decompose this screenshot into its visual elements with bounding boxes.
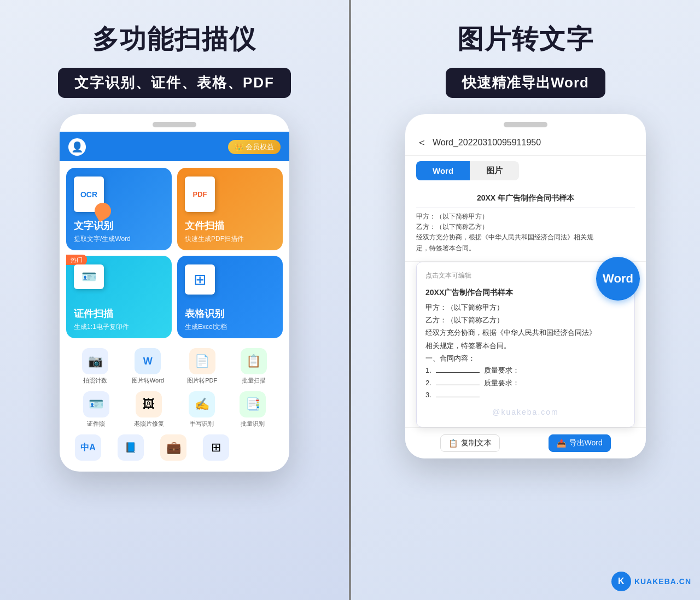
icon-item-trans[interactable]: 中A <box>75 434 101 463</box>
edit-line-item3: 3. <box>425 389 626 401</box>
pdf-icon-container <box>185 177 218 215</box>
right-phone-mockup: ＜ Word_20220310095911950 Word 图片 20XX 年广… <box>405 114 646 458</box>
table-grid-icon <box>185 264 215 295</box>
icon-item-grid[interactable]: ⊞ <box>203 434 229 463</box>
doc-divider-line <box>416 208 635 208</box>
doc-filename: Word_20220310095911950 <box>433 138 541 148</box>
grid-icon: ⊞ <box>203 434 229 461</box>
top-grid: 文字识别 提取文字/生成Word 文件扫描 快速生成PDF扫描件 热门 <box>66 168 283 338</box>
table-title: 表格识别 <box>185 307 224 320</box>
vip-badge[interactable]: 👑 会员权益 <box>228 140 281 154</box>
word-label: 图片转Word <box>132 377 164 385</box>
doc-preview-content: 20XX 年广告制作合同书样本 甲方：（以下简称甲方） 乙方：（以下简称乙方） … <box>405 186 646 262</box>
briefcase-icon: 💼 <box>160 434 186 461</box>
table-subtitle: 生成Excel文档 <box>185 322 227 332</box>
user-icon: 👤 <box>68 138 86 156</box>
edit-line-yi: 乙方：（以下简称乙方） <box>425 314 626 326</box>
pdf2-icon: 📄 <box>189 348 215 374</box>
k-circle-icon: K <box>611 572 631 591</box>
export-icon: 📤 <box>557 439 566 448</box>
icon-item-photo[interactable]: 🖼 老照片修复 <box>134 391 164 428</box>
doc-line-4: 定，特签署本合同。 <box>416 243 635 254</box>
idcard-label: 证件照 <box>87 420 105 428</box>
icon-item-handwrite[interactable]: ✍ 手写识别 <box>189 391 215 428</box>
icon-item-batchrecog[interactable]: 📑 批量识别 <box>240 391 266 428</box>
right-title: 图片转文字 <box>457 22 594 57</box>
icon-row-2: 🪪 证件照 🖼 老照片修复 ✍ 手写识别 📑 批量识别 <box>66 387 283 430</box>
features-grid: 文字识别 提取文字/生成Word 文件扫描 快速生成PDF扫描件 热门 <box>60 161 289 472</box>
icon-item-camera[interactable]: 📷 拍照计数 <box>82 348 108 385</box>
edit-line-item2: 2.质量要求： <box>425 377 626 389</box>
watermark-text: @kuakeba.com <box>425 405 626 419</box>
blank-2 <box>436 385 480 385</box>
camera-icon: 📷 <box>82 348 108 374</box>
phone-notch-right <box>504 122 547 127</box>
photo-icon: 🖼 <box>136 391 162 417</box>
icon-item-word[interactable]: W 图片转Word <box>132 348 164 385</box>
icon-item-briefcase[interactable]: 💼 <box>160 434 186 463</box>
tab-word-btn[interactable]: Word <box>416 161 470 180</box>
doc-line-1: 甲方：（以下简称甲方） <box>416 211 635 222</box>
batchrecog-icon: 📑 <box>240 391 266 417</box>
edit-line-item1: 1.质量要求： <box>425 364 626 377</box>
left-panel: 多功能扫描仪 文字识别、证件、表格、PDF 👤 👑 会员权益 <box>0 0 349 600</box>
edit-line-agree2: 相关规定，特签署本合同。 <box>425 339 626 352</box>
tab-image-btn[interactable]: 图片 <box>470 161 519 180</box>
edit-line-agree: 经双方充分协商，根据《中华人民共和国经济合同法》 <box>425 326 626 339</box>
pdf-subtitle: 快速生成PDF扫描件 <box>185 234 244 244</box>
doc2-icon: 📘 <box>118 434 144 461</box>
edit-line-title: 20XX广告制作合同书样本 <box>425 286 626 299</box>
icon-item-pdf2[interactable]: 📄 图片转PDF <box>187 348 217 385</box>
crown-icon: 👑 <box>235 143 243 151</box>
kuakeba-site-name: KUAKEBA.CN <box>634 577 691 586</box>
batch-icon: 📋 <box>241 348 267 374</box>
export-word-btn[interactable]: 📤 导出Word <box>549 434 611 452</box>
left-phone-mockup: 👤 👑 会员权益 文字识别 提取文字/生成Word <box>60 114 289 472</box>
right-panel: 图片转文字 快速精准导出Word ＜ Word_2022031009591195… <box>351 0 700 600</box>
left-subtitle-badge: 文字识别、证件、表格、PDF <box>58 68 291 98</box>
hot-badge: 热门 <box>66 255 87 265</box>
doc-header: ＜ Word_20220310095911950 <box>405 127 646 156</box>
table-icon-container <box>185 264 218 303</box>
photo-label: 老照片修复 <box>134 420 164 428</box>
left-title: 多功能扫描仪 <box>92 22 256 57</box>
main-container: 多功能扫描仪 文字识别、证件、表格、PDF 👤 👑 会员权益 <box>0 0 700 600</box>
icon-item-batch[interactable]: 📋 批量扫描 <box>241 348 267 385</box>
kuakeba-logo: K KUAKEBA.CN <box>611 572 691 591</box>
ocr-item[interactable]: 文字识别 提取文字/生成Word <box>66 168 172 250</box>
icon-row-3: 中A 📘 💼 ⊞ <box>66 430 283 465</box>
camera-label: 拍照计数 <box>83 377 107 385</box>
icon-item-doc2[interactable]: 📘 <box>118 434 144 463</box>
cert-item[interactable]: 热门 证件扫描 生成1:1电子复印件 <box>66 256 172 338</box>
handwrite-icon: ✍ <box>189 391 215 417</box>
blank-1 <box>436 372 480 373</box>
doc-tab-bar: Word 图片 <box>405 156 646 186</box>
blank-3 <box>436 397 480 397</box>
cert-subtitle: 生成1:1电子复印件 <box>74 322 129 332</box>
pdf-item[interactable]: 文件扫描 快速生成PDF扫描件 <box>177 168 283 250</box>
icon-row-1: 📷 拍照计数 W 图片转Word 📄 图片转PDF 📋 批量扫描 <box>66 344 283 387</box>
copy-text-btn[interactable]: 📋 复制文本 <box>440 434 500 452</box>
edit-line-jia: 甲方：（以下简称甲方） <box>425 301 626 314</box>
ocr-title: 文字识别 <box>74 219 113 232</box>
right-subtitle-badge: 快速精准导出Word <box>446 68 605 98</box>
back-arrow-icon[interactable]: ＜ <box>416 135 427 150</box>
table-item[interactable]: 表格识别 生成Excel文档 <box>177 256 283 338</box>
bottom-action-bar: 📋 复制文本 📤 导出Word <box>405 427 646 458</box>
cert-card-icon <box>74 264 104 289</box>
phone-header-left: 👤 👑 会员权益 <box>60 132 289 161</box>
pdf-title: 文件扫描 <box>185 219 224 232</box>
edit-line-section: 一、合同内容： <box>425 352 626 364</box>
vip-label: 会员权益 <box>246 142 274 152</box>
doc-preview-title: 20XX 年广告制作合同书样本 <box>416 193 635 203</box>
trans-icon: 中A <box>75 434 101 461</box>
pdf-file-icon <box>185 177 215 212</box>
export-label: 导出Word <box>569 438 603 448</box>
doc-line-2: 乙方：（以下简称乙方） <box>416 222 635 232</box>
batchrecog-label: 批量识别 <box>241 420 265 428</box>
pdf2-label: 图片转PDF <box>187 377 217 385</box>
copy-label: 复制文本 <box>461 438 492 448</box>
edit-box[interactable]: 点击文本可编辑 Word 20XX广告制作合同书样本 甲方：（以下简称甲方） 乙… <box>416 262 635 427</box>
idcard-icon: 🪪 <box>83 391 109 417</box>
icon-item-idcard[interactable]: 🪪 证件照 <box>83 391 109 428</box>
